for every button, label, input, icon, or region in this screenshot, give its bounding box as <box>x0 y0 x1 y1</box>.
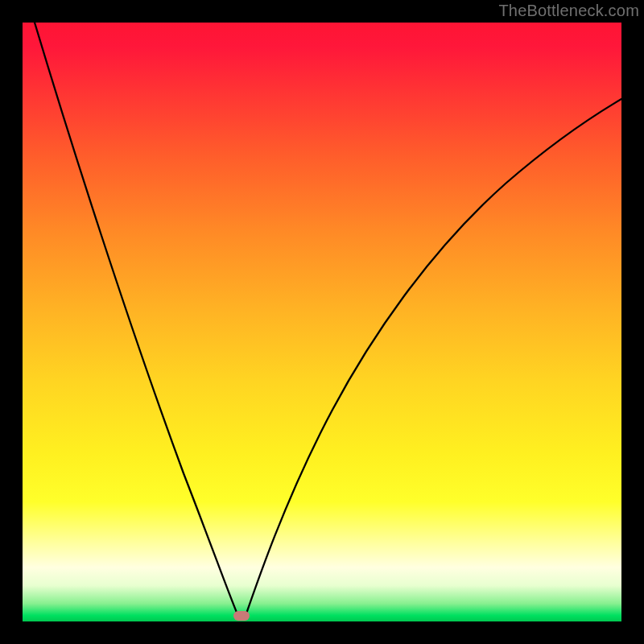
curve-left-branch <box>35 23 239 618</box>
watermark-text: TheBottleneck.com <box>498 2 639 20</box>
bottleneck-curve <box>23 23 621 621</box>
valley-marker <box>233 611 250 621</box>
chart-plot-area <box>23 23 621 621</box>
curve-right-branch <box>245 99 621 618</box>
